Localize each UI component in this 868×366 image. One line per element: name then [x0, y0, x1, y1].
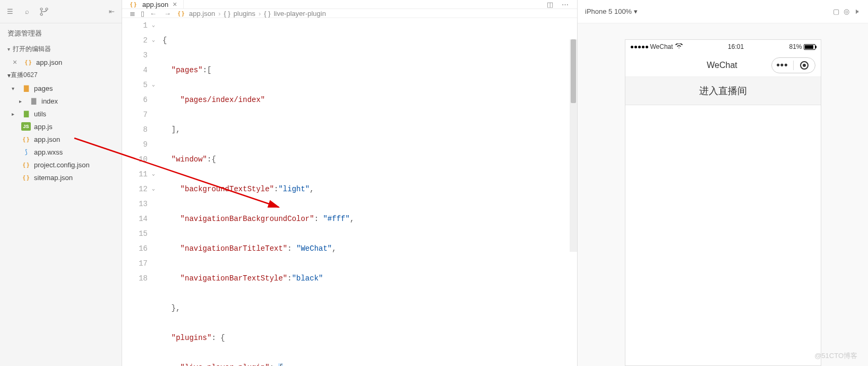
nav-bar: WeChat ••• — [625, 54, 821, 77]
nav-forward-icon[interactable]: → — [164, 10, 171, 18]
folder-icon: ▇ — [29, 97, 38, 105]
list-icon[interactable]: ≣ — [130, 10, 135, 18]
tree-folder-index[interactable]: ▸▇index — [0, 95, 122, 107]
folder-icon: ▇ — [21, 109, 31, 118]
close-icon[interactable]: × — [173, 0, 177, 8]
tab-label: app.json — [142, 1, 168, 8]
tree-file-appjs[interactable]: JSapp.js — [0, 120, 122, 133]
code-body[interactable]: { "pages":[ "pages/index/index" ], "wind… — [152, 18, 577, 366]
nav-back-icon[interactable]: ← — [150, 10, 157, 18]
json-icon: { } — [128, 0, 138, 8]
tree-folder-utils[interactable]: ▸▇utils — [0, 107, 122, 120]
open-editors-label: 打开的编辑器 — [13, 45, 51, 54]
open-editors-section[interactable]: ▾打开的编辑器 — [0, 42, 122, 56]
device-selector[interactable]: iPhone 5 100% ▾ — [585, 7, 638, 15]
time-label: 16:01 — [683, 43, 789, 50]
wxss-icon: ⟆ — [21, 148, 31, 156]
breadcrumb-seg2[interactable]: live-player-plugin — [274, 10, 326, 18]
status-bar: WeChat 16:01 81% — [625, 40, 821, 54]
open-editor-item[interactable]: × { } app.json — [0, 56, 122, 69]
code-editor[interactable]: 1⌄ 2⌄ 34 5⌄ 678910 11⌄ 12⌄ 131415161718 … — [122, 18, 577, 366]
branch-icon[interactable] — [39, 7, 49, 16]
carrier-label: WeChat — [650, 43, 673, 50]
project-name: 直播0627 — [11, 71, 38, 80]
json-icon: { } — [23, 58, 33, 66]
tree-file-projconfig[interactable]: { }project.config.json — [0, 158, 122, 171]
breadcrumb-file[interactable]: app.json — [189, 10, 215, 18]
split-icon[interactable]: ◫ — [547, 1, 553, 8]
nav-title: WeChat — [673, 61, 771, 70]
battery-indicator: 81% — [789, 43, 815, 50]
json-icon: { } — [21, 160, 31, 169]
json-icon: { } — [21, 173, 31, 182]
js-icon: JS — [21, 122, 31, 131]
enter-live-button[interactable]: 进入直播间 — [625, 77, 821, 105]
simulator-pane: iPhone 5 100% ▾ ▢ ◎ 🕨 WeChat 16:01 81% W… — [577, 0, 868, 366]
signal-icon — [631, 46, 648, 48]
mute-icon[interactable]: 🕨 — [854, 7, 861, 15]
capsule-close-button[interactable] — [794, 58, 815, 73]
project-section[interactable]: ▾直播0627 — [0, 69, 122, 82]
open-editor-label: app.json — [36, 58, 62, 66]
breadcrumb: ≣ ▯ ← → { } app.json › { } plugins › { }… — [122, 9, 577, 18]
target-icon[interactable]: ◎ — [844, 7, 849, 15]
capsule-button: ••• — [771, 57, 815, 73]
scrollbar-vertical[interactable] — [570, 39, 577, 252]
device-icon[interactable]: ▢ — [833, 7, 839, 15]
capsule-menu-button[interactable]: ••• — [772, 58, 793, 73]
device-frame: WeChat 16:01 81% WeChat ••• 进入直播间 — [625, 39, 821, 366]
tree-file-sitemap[interactable]: { }sitemap.json — [0, 171, 122, 184]
more-icon[interactable]: ⋯ — [562, 1, 569, 8]
sidebar: ☰ ⌕ ⇤ 资源管理器 ▾打开的编辑器 × { } app.json ▾直播06… — [0, 0, 122, 366]
line-gutter: 1⌄ 2⌄ 34 5⌄ 678910 11⌄ 12⌄ 131415161718 — [122, 18, 152, 366]
wifi-icon — [675, 43, 683, 50]
simulator-toolbar: iPhone 5 100% ▾ ▢ ◎ 🕨 — [578, 0, 868, 23]
sidebar-toolbar: ☰ ⌕ ⇤ — [0, 0, 122, 23]
json-icon: { } — [21, 135, 31, 143]
tree-folder-pages[interactable]: ▾▇pages — [0, 82, 122, 95]
editor-tabs: { } app.json × ◫ ⋯ — [122, 0, 577, 9]
tab-appjson[interactable]: { } app.json × — [122, 0, 184, 8]
menu-icon[interactable]: ☰ — [5, 7, 15, 16]
close-icon[interactable]: × — [13, 58, 20, 66]
tree-file-appjson[interactable]: { }app.json — [0, 133, 122, 146]
editor-pane: { } app.json × ◫ ⋯ ≣ ▯ ← → { } app.json … — [122, 0, 577, 366]
collapse-icon[interactable]: ⇤ — [107, 7, 116, 16]
explorer-title: 资源管理器 — [0, 23, 122, 42]
json-icon: { } — [176, 9, 186, 18]
search-icon[interactable]: ⌕ — [22, 7, 32, 16]
tree-file-appwxss[interactable]: ⟆app.wxss — [0, 146, 122, 158]
folder-icon: ▇ — [21, 84, 31, 92]
breadcrumb-seg1[interactable]: plugins — [234, 10, 255, 18]
simulator-viewport: WeChat 16:01 81% WeChat ••• 进入直播间 — [578, 23, 868, 366]
bookmark-icon[interactable]: ▯ — [141, 10, 144, 18]
